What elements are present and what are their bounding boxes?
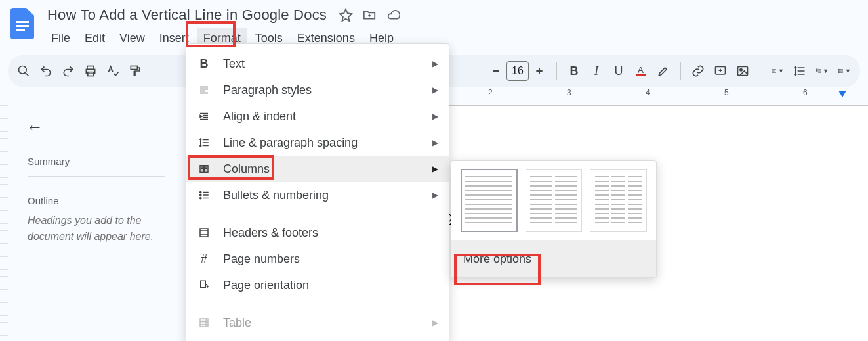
outline-close-icon[interactable]: ← [26,117,185,137]
line-spacing-icon [197,137,211,148]
format-paragraph-styles[interactable]: Paragraph styles▶ [186,77,449,103]
text-color-icon[interactable]: A [634,64,648,78]
format-headers-footers[interactable]: Headers & footers [186,219,449,246]
redo-icon[interactable] [62,64,75,78]
search-icon[interactable] [17,64,30,78]
outline-panel: ← Summary Outline Headings you add to th… [8,105,185,244]
bold-icon[interactable]: B [568,64,581,78]
paint-format-icon[interactable] [129,64,142,78]
hash-icon: # [197,252,211,266]
insert-link-icon[interactable] [692,64,705,78]
svg-rect-7 [131,66,137,70]
columns-option-1[interactable] [461,169,518,232]
font-size-input[interactable] [506,61,529,81]
svg-rect-14 [816,70,817,72]
svg-point-19 [200,194,201,196]
font-size-increase[interactable] [533,64,546,78]
svg-rect-13 [816,69,817,70]
insert-image-icon[interactable] [736,64,749,78]
menu-edit[interactable]: Edit [78,28,112,49]
format-page-orientation[interactable]: Page orientation [186,272,449,298]
checklist-icon[interactable]: ▼ [816,64,829,78]
svg-rect-23 [200,319,208,327]
orientation-icon [197,279,211,291]
svg-point-16 [838,70,839,71]
table-icon [197,317,211,329]
bulleted-list-icon[interactable]: ▼ [838,64,851,78]
right-indent-marker[interactable] [838,91,846,97]
print-icon[interactable] [84,64,97,78]
svg-rect-22 [201,281,206,288]
underline-icon[interactable]: U [612,64,625,78]
menu-file[interactable]: File [45,28,77,49]
paragraph-icon [197,84,211,96]
format-table: Table▶ [186,309,449,336]
columns-more-options[interactable]: More options [451,240,656,277]
font-size-decrease[interactable] [489,64,503,78]
undo-icon[interactable] [39,64,52,78]
format-align-indent[interactable]: Align & indent▶ [186,103,449,129]
menu-view[interactable]: View [113,28,152,49]
format-page-numbers[interactable]: # Page numbers [186,246,449,272]
svg-rect-21 [200,229,208,237]
svg-rect-2 [16,29,25,31]
highlight-icon[interactable] [657,64,670,78]
columns-icon [197,163,211,175]
spellcheck-icon[interactable] [106,64,119,78]
svg-point-12 [740,69,742,71]
format-columns[interactable]: Columns▶ [186,156,449,182]
line-spacing-icon[interactable] [793,64,806,78]
docs-logo-icon[interactable] [9,7,35,41]
outline-hint: Headings you add to the document will ap… [28,213,165,244]
svg-point-18 [200,191,201,193]
star-icon[interactable] [339,8,353,22]
list-icon [197,189,211,201]
svg-rect-11 [738,66,748,75]
outline-label: Outline [28,195,185,206]
format-line-spacing[interactable]: Line & paragraph spacing▶ [186,129,449,156]
bold-icon: B [197,57,211,71]
svg-rect-0 [16,21,29,23]
header-footer-icon [197,227,211,239]
summary-label: Summary [28,156,185,167]
svg-rect-9 [636,74,646,76]
svg-point-20 [200,197,201,198]
indent-icon [197,110,211,122]
format-bullets-numbering[interactable]: Bullets & numbering▶ [186,182,449,208]
columns-submenu: More options [451,160,657,278]
svg-rect-1 [16,25,29,27]
columns-option-3[interactable] [590,169,647,232]
svg-text:A: A [638,65,644,75]
align-icon[interactable]: ▼ [771,64,784,78]
columns-option-2[interactable] [526,169,583,232]
format-dropdown: B Text▶ Paragraph styles▶ Align & indent… [186,43,449,341]
vertical-ruler [0,105,8,341]
document-title[interactable]: How To Add a Vertical Line in Google Doc… [45,5,329,25]
cloud-status-icon[interactable] [386,8,402,22]
svg-point-17 [838,72,839,73]
move-icon[interactable] [362,8,377,22]
add-comment-icon[interactable] [714,64,727,78]
svg-point-3 [19,66,27,74]
italic-icon[interactable]: I [590,64,603,78]
format-text[interactable]: B Text▶ [186,51,449,77]
svg-point-15 [838,69,839,70]
